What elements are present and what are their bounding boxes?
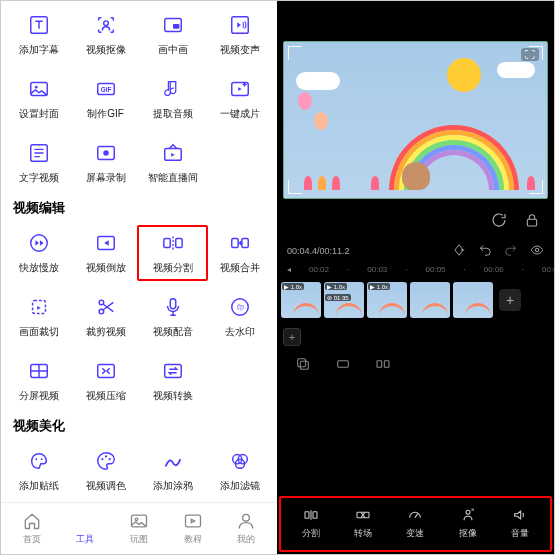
tool-label: 裁剪视频 [86,325,126,339]
lock-icon[interactable] [524,212,540,232]
split-track-icon[interactable] [375,356,391,376]
nav-tools[interactable]: 工具 [75,511,95,546]
toolbar-cutout[interactable]: 抠像 [459,506,477,540]
preview-cloud [497,62,535,78]
tool-trim[interactable]: 裁剪视频 [72,291,139,343]
svg-rect-3 [173,24,179,29]
nav-home[interactable]: 首页 [22,511,42,546]
nav-mine[interactable]: 我的 [236,511,256,546]
nav-play[interactable]: 玩图 [129,511,149,546]
section-video-edit: 视频编辑 [1,193,277,219]
tool-grid-top2: 设置封面 GIF 制作GIF 提取音频 一键成片 [1,65,277,129]
svg-rect-45 [338,361,349,368]
tool-speed[interactable]: 快放慢放 [5,227,72,279]
tool-convert[interactable]: 视频转换 [139,355,206,407]
tool-dubbing[interactable]: 视频配音 [139,291,206,343]
toolbar-label: 音量 [511,527,529,540]
live-icon [161,141,185,165]
tool-remove-watermark[interactable]: 印 去水印 [206,291,273,343]
tool-sticker[interactable]: 添加贴纸 [5,445,72,497]
crop-handle[interactable] [288,46,302,60]
timeline-ruler[interactable]: ◂ 00:02· 00:03· 00:05· 00:06· 00:08 [277,263,554,276]
add-track-button[interactable]: + [283,328,301,346]
tool-video-cutout[interactable]: 视频抠像 [72,9,139,61]
tool-voice-change[interactable]: 视频变声 [206,9,273,61]
clip-speed-badge: ▶ 1.0x [325,283,347,290]
pip-icon [161,13,185,37]
split-icon [302,506,320,524]
video-preview[interactable]: ⛶ [283,41,548,199]
toolbar-label: 转场 [354,527,372,540]
svg-point-21 [99,300,104,305]
tool-label: 分屏视频 [19,389,59,403]
toolbar-transition[interactable]: 转场 [354,506,372,540]
timeline-clip[interactable] [453,282,493,318]
tool-crop[interactable]: 画面裁切 [5,291,72,343]
tool-split-screen[interactable]: 分屏视频 [5,355,72,407]
toolbar-label: 分割 [302,527,320,540]
tool-smart-live[interactable]: 智能直播间 [139,137,206,189]
svg-point-29 [35,458,37,460]
layer-icon[interactable] [335,356,351,376]
timeline-clip[interactable]: ▶ 1.0x ⊘ 01:35 [324,282,364,318]
crop-handle[interactable] [529,180,543,194]
timeline[interactable]: ▶ 1.0x ▶ 1.0x ⊘ 01:35 ▶ 1.0x + [277,276,554,324]
tool-label: 一键成片 [220,107,260,121]
nav-tutorial[interactable]: 教程 [183,511,203,546]
preview-cloud [296,72,340,90]
toolbar-speed[interactable]: 变速 [406,506,424,540]
tool-split[interactable]: 视频分割 [137,225,208,281]
eye-icon[interactable] [530,243,544,259]
nav-label: 玩图 [130,533,148,546]
palette-icon [94,449,118,473]
tool-filter[interactable]: 添加滤镜 [206,445,273,497]
tool-grid-beauty: 添加贴纸 视频调色 添加涂鸦 添加滤镜 [1,437,277,501]
tool-extract-audio[interactable]: 提取音频 [139,73,206,125]
ruler-tick: 00:08 [542,265,554,274]
tool-doodle[interactable]: 添加涂鸦 [139,445,206,497]
tool-add-subtitle[interactable]: 添加字幕 [5,9,72,61]
toolbar-split[interactable]: 分割 [302,506,320,540]
tool-text-video[interactable]: 文字视频 [5,137,72,189]
crop-handle[interactable] [288,180,302,194]
svg-rect-46 [377,361,382,368]
tool-grid-top3: 文字视频 屏幕录制 智能直播间 [1,129,277,193]
tool-merge[interactable]: 视频合并 [206,227,273,279]
svg-rect-43 [298,359,306,367]
tool-pip[interactable]: 画中画 [139,9,206,61]
tool-color[interactable]: 视频调色 [72,445,139,497]
svg-point-32 [104,455,106,457]
tool-set-cover[interactable]: 设置封面 [5,73,72,125]
tool-label: 视频抠像 [86,43,126,57]
watermark-icon: 印 [228,295,252,319]
tool-compress[interactable]: 视频压缩 [72,355,139,407]
cutout-icon [94,13,118,37]
keyframe-icon[interactable] [452,243,466,259]
svg-rect-41 [527,219,536,226]
copy-icon[interactable] [295,356,311,376]
play-button[interactable] [426,243,440,259]
tool-auto-edit[interactable]: 一键成片 [206,73,273,125]
svg-rect-39 [185,515,200,527]
undo-icon[interactable] [478,243,492,259]
tool-make-gif[interactable]: GIF 制作GIF [72,73,139,125]
timeline-clip[interactable]: ▶ 1.0x [281,282,321,318]
fullscreen-button[interactable]: ⛶ [521,48,539,61]
add-clip-button[interactable]: + [499,289,521,311]
person-icon [459,506,477,524]
clip-speed-badge: ▶ 1.0x [368,283,390,290]
transition-icon [354,506,372,524]
home-icon [22,511,42,531]
redo-icon[interactable] [504,243,518,259]
svg-point-51 [466,510,470,514]
tool-label: 画中画 [158,43,188,57]
tool-reverse[interactable]: 视频倒放 [72,227,139,279]
toolbar-volume[interactable]: 音量 [511,506,529,540]
rotate-icon[interactable] [490,211,508,233]
tool-screen-record[interactable]: 屏幕录制 [72,137,139,189]
tool-label: 视频倒放 [86,261,126,275]
timeline-clip[interactable] [410,282,450,318]
tool-label: 提取音频 [153,107,193,121]
timeline-clip[interactable]: ▶ 1.0x [367,282,407,318]
svg-text:印: 印 [236,303,243,312]
